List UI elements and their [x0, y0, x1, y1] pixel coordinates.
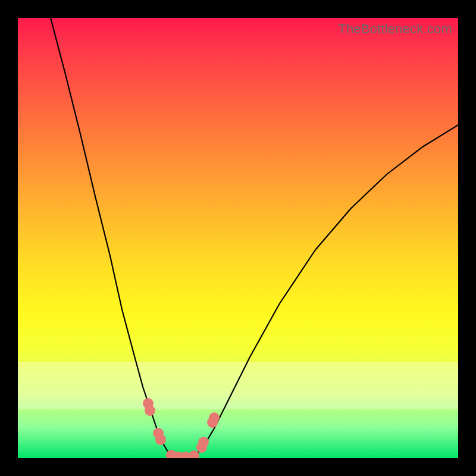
curve-marker: [189, 450, 199, 458]
curve-marker: [155, 434, 166, 445]
chart-svg: [18, 18, 458, 458]
chart-plot-area: TheBottleneck.com: [18, 18, 458, 458]
curve-marker: [145, 405, 155, 416]
pale-band: [18, 362, 458, 409]
pale-bands-group: [18, 362, 458, 409]
curve-marker: [198, 437, 209, 447]
curve-marker: [209, 412, 220, 423]
